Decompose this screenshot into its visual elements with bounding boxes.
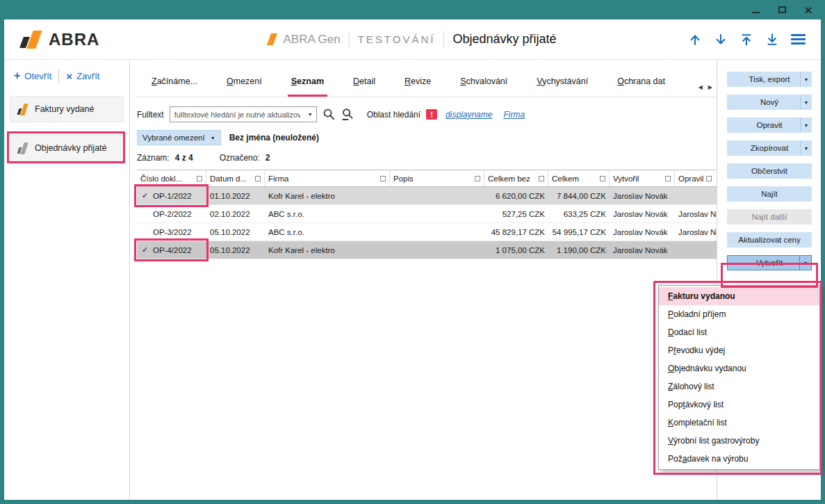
tab-bar-items: Začínáme...OmezeníSeznamDetailRevizeSchv… — [137, 70, 680, 97]
column-filter-box[interactable] — [380, 176, 386, 181]
menu-item[interactable]: Poptávkový list — [659, 396, 819, 414]
main-menu-button[interactable] — [791, 32, 806, 47]
table-row[interactable]: OP-3/202205.10.2022ABC s.r.o.45 829,17 C… — [137, 223, 717, 241]
action-button[interactable]: Najít — [727, 186, 812, 202]
tab[interactable]: Vychystávání — [522, 70, 603, 97]
action-button[interactable]: Vytvořit▼ — [727, 255, 812, 270]
column-filter-box[interactable] — [539, 176, 544, 181]
open-agenda-button[interactable]: + Otevřít — [14, 70, 51, 81]
column-header[interactable]: Opravil — [675, 170, 717, 186]
tab-bar: Začínáme...OmezeníSeznamDetailRevizeSchv… — [137, 70, 717, 97]
action-button-label: Tisk, export — [749, 75, 790, 83]
hamburger-icon — [791, 32, 806, 47]
cell-date: 05.10.2022 — [206, 246, 265, 254]
cell-document-number: OP-4/2022 — [153, 246, 192, 254]
app-header: ABRA ABRA Gen TESTOVÁNÍ Objednávky přija… — [4, 19, 821, 60]
tab[interactable]: Začínáme... — [137, 70, 212, 97]
menu-item[interactable]: Požadavek na výrobu — [659, 450, 819, 468]
table-row[interactable]: ✓OP-1/202201.10.2022Kofr Karel - elektro… — [137, 187, 717, 205]
sidebar-item-label: Objednávky přijaté — [35, 143, 107, 153]
cell-date: 05.10.2022 — [206, 228, 265, 236]
invoice-icon — [17, 104, 28, 115]
column-header[interactable]: Číslo dokl... — [137, 170, 206, 186]
column-filter-box[interactable] — [475, 176, 480, 181]
action-button-label: Nový — [760, 98, 778, 106]
column-filter-box[interactable] — [197, 176, 202, 181]
menu-item[interactable]: Fakturu vydanou — [659, 287, 819, 305]
column-header[interactable]: Celkem bez — [484, 170, 548, 186]
title-separator — [443, 31, 444, 48]
menu-item[interactable]: Pokladní příjem — [659, 305, 819, 323]
search-links: displaynameFirma — [446, 110, 525, 120]
nav-first-button[interactable] — [740, 33, 753, 47]
maximize-button[interactable] — [776, 4, 787, 15]
arrow-down-icon — [714, 33, 728, 47]
cell-firm: ABC s.r.o. — [265, 210, 390, 218]
column-header[interactable]: Popis — [390, 170, 484, 186]
tab[interactable]: Ochrana dat — [603, 70, 680, 97]
close-icon: × — [804, 3, 812, 17]
tab[interactable]: Detail — [338, 70, 390, 97]
dropdown-arrow-icon[interactable]: ▼ — [799, 256, 811, 270]
column-filter-box[interactable] — [255, 176, 261, 181]
tab-scroll-right-icon[interactable]: ▶ — [708, 84, 712, 90]
tab[interactable]: Schvalování — [446, 70, 522, 97]
column-header[interactable]: Firma — [265, 170, 390, 186]
cell-created-by: Jaroslav Novák — [610, 246, 675, 254]
sidebar-item[interactable]: Objednávky přijaté — [10, 135, 124, 161]
fulltext-input[interactable] — [170, 107, 304, 122]
column-header-label: Celkem bez — [488, 174, 530, 183]
restriction-selector-label: Vybrané omezení — [142, 133, 205, 142]
dropdown-arrow-icon[interactable]: ▼ — [800, 95, 812, 110]
action-button[interactable]: Opravit▼ — [727, 117, 812, 133]
minimize-button[interactable] — [750, 4, 761, 15]
column-header[interactable]: Datum d... — [206, 170, 265, 186]
action-button-label: Vytvořit — [756, 259, 783, 267]
window-title: ABRA Gen TESTOVÁNÍ Objednávky přijaté — [268, 31, 556, 48]
dropdown-arrow-icon[interactable]: ▼ — [800, 117, 812, 133]
column-filter-box[interactable] — [706, 176, 712, 181]
column-filter-box[interactable] — [665, 176, 671, 181]
column-header-label: Popis — [393, 174, 414, 183]
close-agenda-button[interactable]: × Zavřít — [66, 71, 99, 81]
tab[interactable]: Omezení — [212, 70, 277, 97]
dropdown-arrow-icon[interactable]: ▼ — [800, 140, 812, 156]
column-header[interactable]: Celkem — [548, 170, 610, 186]
table-row[interactable]: ✓OP-4/202205.10.2022Kofr Karel - elektro… — [137, 241, 717, 259]
search-scope-link[interactable]: displayname — [446, 110, 492, 120]
search-scope-label: Oblast hledání — [367, 110, 420, 120]
search-scope-link[interactable]: Firma — [503, 110, 525, 120]
menu-item[interactable]: Zálohový list — [659, 377, 819, 396]
nav-previous-button[interactable] — [688, 33, 702, 47]
action-button[interactable]: Nový▼ — [727, 95, 812, 110]
search-button[interactable] — [322, 108, 336, 121]
table-row[interactable]: OP-2/202202.10.2022ABC s.r.o.527,25 CZK6… — [137, 205, 717, 223]
action-buttons: Tisk, export▼Nový▼Opravit▼Zkopírovat▼Obč… — [727, 72, 812, 270]
menu-item[interactable]: Dodací list — [659, 323, 819, 341]
menu-item[interactable]: Převodku výdej — [659, 341, 819, 359]
action-button[interactable]: Zkopírovat▼ — [727, 140, 812, 156]
menu-item[interactable]: Výrobní list gastrovýroby — [659, 432, 819, 450]
search-marked-button[interactable] — [341, 108, 354, 121]
nav-next-button[interactable] — [714, 33, 728, 47]
nav-last-button[interactable] — [765, 33, 779, 47]
action-button[interactable]: Najít další — [727, 209, 812, 225]
main-area: Začínáme...OmezeníSeznamDetailRevizeSchv… — [130, 60, 717, 500]
fulltext-dropdown-icon[interactable]: ▼ — [304, 107, 316, 122]
tab-scroll-left-icon[interactable]: ◀ — [699, 84, 703, 90]
action-button[interactable]: Aktualizovat ceny — [727, 232, 812, 247]
sidebar-item[interactable]: Faktury vydané — [10, 96, 124, 122]
menu-item[interactable]: Objednávku vydanou — [659, 359, 819, 377]
close-button[interactable]: × — [803, 4, 814, 15]
restriction-selector[interactable]: Vybrané omezení ▼ — [137, 130, 221, 145]
action-button[interactable]: Tisk, export▼ — [727, 72, 812, 87]
menu-item[interactable]: Kompletační list — [659, 414, 819, 432]
cell-firm: Kofr Karel - elektro — [265, 246, 390, 254]
dropdown-arrow-icon[interactable]: ▼ — [800, 72, 812, 87]
tab[interactable]: Seznam — [277, 70, 338, 97]
action-button[interactable]: Občerstvit — [727, 163, 812, 179]
column-filter-box[interactable] — [600, 176, 605, 181]
column-header[interactable]: Vytvořil — [610, 170, 675, 186]
tab[interactable]: Revize — [390, 70, 446, 97]
cell-total: 633,25 CZK — [548, 210, 610, 218]
